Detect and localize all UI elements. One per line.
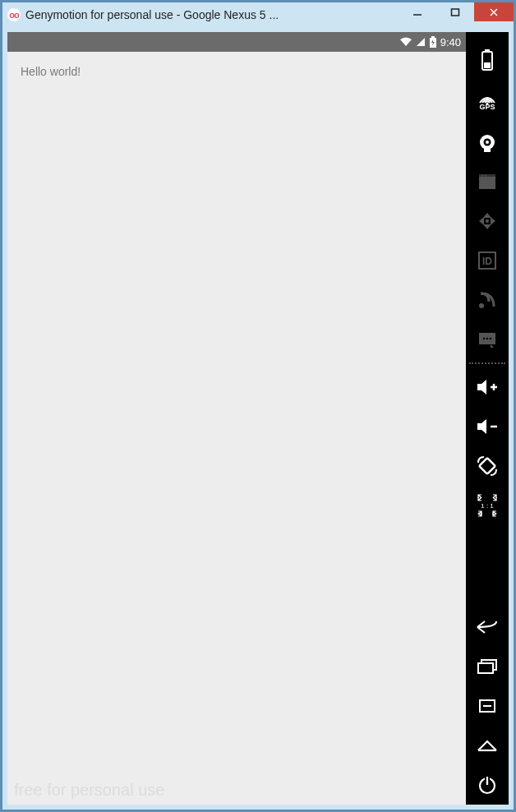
- wifi-icon: [399, 37, 412, 47]
- device-wrap: 9:40 Hello world! free for personal use: [7, 32, 466, 805]
- app-content: Hello world! free for personal use: [7, 52, 466, 805]
- battery-button[interactable]: [471, 44, 504, 76]
- scale-button[interactable]: 1 : 1: [471, 489, 504, 522]
- client-area: 9:40 Hello world! free for personal use …: [7, 32, 509, 805]
- toolbar-separator: [469, 362, 505, 364]
- svg-point-12: [486, 141, 489, 144]
- android-back-button[interactable]: [471, 611, 504, 644]
- volume-down-button[interactable]: [471, 410, 504, 443]
- gps-button[interactable]: GPS: [471, 83, 504, 119]
- minimize-button[interactable]: [399, 2, 436, 21]
- camera-button[interactable]: [471, 126, 504, 159]
- app-icon: oo: [7, 8, 21, 21]
- rotate-button[interactable]: [471, 450, 504, 482]
- svg-point-18: [486, 219, 489, 223]
- titlebar[interactable]: oo Genymotion for personal use - Google …: [2, 2, 514, 27]
- screencast-button[interactable]: [471, 165, 504, 198]
- device-screen[interactable]: 9:40 Hello world! free for personal use: [7, 32, 466, 805]
- watermark-text: free for personal use: [14, 781, 164, 800]
- side-toolbar: GPS ID: [466, 32, 509, 805]
- svg-rect-17: [485, 175, 486, 177]
- window-title: Genymotion for personal use - Google Nex…: [25, 8, 279, 21]
- battery-charging-icon: [429, 36, 437, 48]
- remote-button[interactable]: [471, 205, 504, 238]
- window-controls: [399, 2, 514, 21]
- svg-rect-7: [485, 49, 490, 52]
- android-home-button[interactable]: [471, 729, 504, 762]
- close-button[interactable]: [474, 2, 514, 21]
- android-recent-button[interactable]: [471, 650, 504, 683]
- power-button[interactable]: [471, 768, 504, 801]
- volume-up-button[interactable]: [471, 371, 504, 404]
- svg-rect-29: [479, 458, 495, 474]
- svg-rect-1: [452, 9, 459, 16]
- network-button[interactable]: [471, 284, 504, 316]
- svg-point-23: [483, 338, 486, 340]
- svg-text:ID: ID: [482, 256, 492, 267]
- svg-point-25: [490, 338, 492, 340]
- svg-rect-8: [484, 62, 491, 68]
- android-statusbar: 9:40: [7, 32, 466, 52]
- android-menu-button[interactable]: [471, 690, 504, 722]
- svg-point-24: [486, 338, 489, 340]
- gps-label: GPS: [479, 103, 495, 111]
- scale-label: 1 : 1: [481, 502, 494, 510]
- window-frame: oo Genymotion for personal use - Google …: [2, 2, 514, 810]
- status-time: 9:40: [440, 36, 461, 48]
- more-button[interactable]: [471, 323, 504, 356]
- svg-rect-14: [479, 177, 495, 189]
- svg-rect-5: [431, 36, 435, 38]
- cell-signal-icon: [416, 37, 426, 47]
- svg-rect-16: [481, 175, 483, 177]
- maximize-button[interactable]: [436, 2, 474, 21]
- hello-text: Hello world!: [21, 65, 453, 78]
- identifier-button[interactable]: ID: [471, 244, 504, 277]
- svg-rect-13: [484, 149, 491, 152]
- svg-point-21: [479, 303, 484, 308]
- svg-rect-31: [478, 663, 493, 673]
